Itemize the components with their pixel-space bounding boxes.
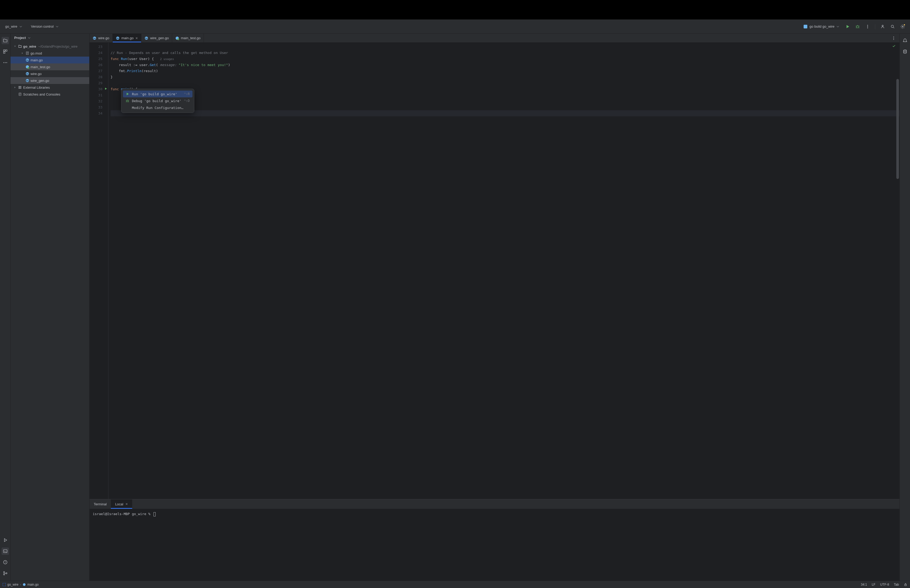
project-tree-panel: Project go_wire ~/GolandProjects/go_wire… bbox=[11, 34, 89, 581]
code-line[interactable] bbox=[111, 44, 899, 50]
svg-point-12 bbox=[3, 62, 4, 63]
editor[interactable]: 232425262728293031323334 // Run - Depend… bbox=[89, 43, 899, 499]
chevron-right-icon[interactable] bbox=[21, 52, 24, 55]
more-button[interactable] bbox=[864, 23, 871, 30]
run-config-selector[interactable]: go build go_wire bbox=[802, 23, 841, 29]
play-icon bbox=[126, 92, 129, 96]
editor-tab[interactable]: Gowire_gen.go bbox=[141, 34, 172, 42]
editor-code[interactable]: // Run - Depends on user and calls the g… bbox=[108, 43, 899, 499]
menu-item[interactable]: Run 'go build go_wire'⌃⇧R bbox=[123, 90, 192, 97]
tree-file[interactable]: Gowire_gen.go bbox=[11, 77, 89, 84]
code-line[interactable]: // Run - Depends on user and calls the g… bbox=[111, 50, 899, 56]
chevron-right-icon[interactable] bbox=[13, 86, 17, 89]
vcs-dropdown[interactable]: Version control bbox=[29, 23, 60, 29]
encoding[interactable]: UTF-8 bbox=[880, 583, 889, 586]
svg-point-42 bbox=[894, 38, 894, 39]
menu-item[interactable]: Modify Run Configuration… bbox=[123, 104, 192, 111]
database-button[interactable] bbox=[901, 48, 909, 55]
git-tool-button[interactable] bbox=[2, 570, 9, 577]
tree-file-label: wire.go bbox=[31, 72, 42, 76]
search-button[interactable] bbox=[889, 23, 896, 30]
chevron-down-icon bbox=[28, 37, 31, 39]
chevron-right-icon: › bbox=[20, 583, 21, 586]
terminal-title-tab[interactable]: Terminal bbox=[89, 499, 111, 509]
scrollbar-thumb[interactable] bbox=[896, 79, 899, 179]
code-line[interactable] bbox=[111, 92, 899, 98]
tab-label: wire_gen.go bbox=[150, 36, 169, 40]
run-gutter-icon[interactable] bbox=[104, 87, 107, 90]
cursor-position[interactable]: 34:1 bbox=[861, 583, 867, 586]
tree-file[interactable]: Gomain.go bbox=[11, 57, 89, 63]
breadcrumb-item[interactable]: go_wire bbox=[7, 583, 18, 586]
top-toolbar: go_wire Version control go build go_wire bbox=[0, 19, 910, 34]
project-panel-header[interactable]: Project bbox=[11, 34, 89, 42]
editor-gutter[interactable]: 232425262728293031323334 bbox=[89, 43, 108, 499]
terminal-local-tab[interactable]: Local bbox=[111, 499, 132, 509]
line-ending[interactable]: LF bbox=[872, 583, 876, 586]
code-line[interactable] bbox=[111, 104, 899, 110]
notifications-button[interactable] bbox=[901, 37, 909, 44]
tree-scratches[interactable]: Scratches and Consoles bbox=[11, 91, 89, 98]
code-line[interactable]: func main() { bbox=[111, 86, 899, 92]
code-line[interactable]: result := user.Get( message: "It's nice … bbox=[111, 62, 899, 68]
svg-text:Go: Go bbox=[93, 37, 96, 39]
go-icon: Go bbox=[145, 36, 148, 40]
run-button[interactable] bbox=[844, 23, 851, 30]
debug-button[interactable] bbox=[854, 23, 861, 30]
menu-item[interactable]: Debug 'go build go_wire'⌃⇧D bbox=[123, 97, 192, 104]
terminal-tab-label: Local bbox=[115, 502, 123, 506]
scratch-icon bbox=[18, 92, 22, 96]
terminal-tool-button[interactable] bbox=[2, 548, 9, 555]
tree-file[interactable]: go.mod bbox=[11, 50, 89, 57]
go-icon: Go bbox=[25, 79, 29, 82]
menu-item-label: Run 'go build go_wire' bbox=[132, 92, 177, 96]
code-line[interactable]: fmt.Println(result) bbox=[111, 68, 899, 74]
project-dropdown[interactable]: go_wire bbox=[4, 23, 24, 29]
breadcrumb-item[interactable]: main.go bbox=[27, 583, 39, 586]
close-icon[interactable] bbox=[135, 37, 138, 39]
tree-external-libs[interactable]: External Libraries bbox=[11, 84, 89, 91]
lock-icon[interactable] bbox=[904, 583, 907, 586]
svg-text:Go: Go bbox=[26, 80, 29, 82]
go-icon: Go bbox=[93, 36, 96, 40]
menu-shortcut: ⌃⇧R bbox=[184, 92, 190, 96]
svg-point-17 bbox=[3, 572, 5, 573]
tree-file[interactable]: main_test.go bbox=[11, 63, 89, 70]
code-line[interactable]: } bbox=[111, 74, 899, 80]
code-line[interactable]: func Run(user User) { 2 usages bbox=[111, 56, 899, 62]
terminal-title: Terminal bbox=[94, 502, 107, 506]
indent[interactable]: Tab bbox=[894, 583, 899, 586]
terminal-body[interactable]: israel@Israels-MBP go_wire % bbox=[89, 509, 899, 581]
project-tree[interactable]: go_wire ~/GolandProjects/go_wire go.modG… bbox=[11, 42, 89, 581]
project-tool-button[interactable] bbox=[2, 37, 9, 44]
svg-point-19 bbox=[6, 573, 7, 574]
terminal-prompt: israel@Israels-MBP go_wire % bbox=[93, 512, 152, 516]
code-with-me-button[interactable] bbox=[879, 23, 886, 30]
svg-point-47 bbox=[23, 583, 26, 586]
code-line[interactable] bbox=[111, 80, 899, 86]
tree-file[interactable]: Gowire.go bbox=[11, 70, 89, 77]
editor-tab[interactable]: Gowire.go bbox=[89, 34, 113, 42]
settings-button[interactable] bbox=[899, 23, 906, 30]
code-line[interactable] bbox=[111, 110, 899, 116]
terminal-cursor bbox=[154, 512, 156, 516]
tree-root[interactable]: go_wire ~/GolandProjects/go_wire bbox=[11, 43, 89, 50]
close-icon[interactable] bbox=[125, 503, 128, 506]
services-tool-button[interactable] bbox=[2, 536, 9, 544]
svg-point-44 bbox=[127, 100, 128, 102]
tabs-more-button[interactable] bbox=[890, 34, 897, 42]
problems-tool-button[interactable] bbox=[2, 559, 9, 566]
code-line[interactable] bbox=[111, 98, 899, 104]
more-tools-button[interactable] bbox=[2, 59, 9, 66]
svg-rect-0 bbox=[803, 25, 807, 28]
svg-point-4 bbox=[867, 27, 868, 28]
breadcrumb[interactable]: go_wire › main.go bbox=[3, 583, 39, 586]
structure-tool-button[interactable] bbox=[2, 48, 9, 55]
editor-tab[interactable]: Gomain.go bbox=[113, 34, 141, 42]
chevron-down-icon[interactable] bbox=[13, 45, 17, 48]
terminal-panel: Terminal Local israel@Israels-MBP go_wir… bbox=[89, 499, 899, 581]
tab-label: main.go bbox=[121, 36, 134, 40]
editor-tab[interactable]: main_test.go bbox=[172, 34, 204, 42]
svg-point-6 bbox=[891, 25, 894, 27]
svg-rect-29 bbox=[19, 86, 19, 89]
